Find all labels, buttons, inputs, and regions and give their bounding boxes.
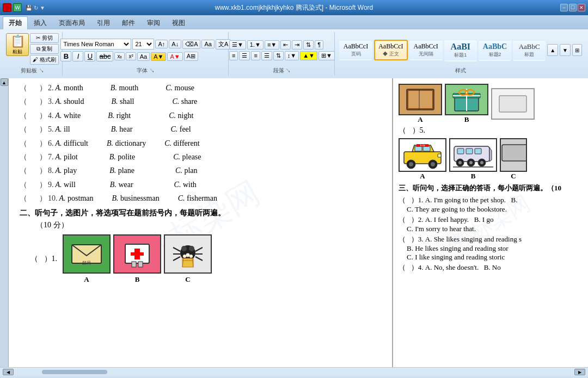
- section2-title: 二、听句子，选图片，将选项写在题前括号内，每题听两遍。: [20, 208, 384, 218]
- text-direction-button[interactable]: ⇅: [273, 51, 284, 60]
- maximize-button[interactable]: ☐: [569, 4, 577, 11]
- style-page-number[interactable]: AaBbCcI 页码: [339, 40, 372, 60]
- paragraph-label: 段落 ↘: [273, 67, 291, 75]
- left-scrollbar[interactable]: ▲: [0, 78, 9, 367]
- tab-view[interactable]: 视图: [166, 16, 191, 29]
- question-4: （ ） 4. A. white B. right C. night: [20, 110, 384, 122]
- font-grow-button[interactable]: A↑: [155, 40, 168, 48]
- font-color-btn[interactable]: Aa: [137, 52, 150, 61]
- svg-point-20: [183, 255, 186, 258]
- svg-rect-46: [475, 148, 481, 154]
- popcorn-icon: [170, 238, 206, 270]
- cut-button[interactable]: ✂ 剪切: [30, 33, 59, 43]
- line-spacing-button[interactable]: ↕▼: [285, 51, 299, 60]
- image-a-label: A: [84, 275, 89, 284]
- scroll-right-button[interactable]: ▶: [574, 369, 585, 375]
- section3-item2: （ ）2. A. I feel happy. B. I go C. I'm so…: [399, 215, 583, 233]
- close-button[interactable]: ✕: [578, 4, 585, 11]
- numbering-button[interactable]: 1.▼: [247, 40, 264, 49]
- copy-button[interactable]: ⧉ 复制: [30, 44, 59, 54]
- tab-mailings[interactable]: 邮件: [116, 16, 141, 29]
- bullets-button[interactable]: ☰▼: [229, 40, 246, 49]
- right-content: A B: [399, 84, 583, 272]
- style-no-spacing[interactable]: AaBbCcI 无间隔: [409, 40, 443, 60]
- svg-line-13: [195, 247, 203, 251]
- svg-rect-34: [415, 146, 422, 151]
- svg-point-48: [458, 161, 462, 164]
- right-img-a-box: [399, 84, 442, 115]
- document-area: 教标染网 （ ） 2. A. month B. mouth C. mouse （…: [9, 78, 392, 367]
- right-img-c-top: [491, 88, 535, 120]
- show-marks-button[interactable]: ¶: [315, 40, 323, 49]
- align-left-button[interactable]: ≡: [229, 51, 238, 60]
- underline-button[interactable]: U: [84, 51, 95, 61]
- gift-icon: [450, 86, 483, 113]
- scroll-thumb[interactable]: [42, 370, 107, 374]
- train-image: B: [449, 138, 497, 181]
- scroll-track: [15, 370, 573, 374]
- border-button[interactable]: A⊞: [184, 52, 198, 61]
- taxi-label: A: [420, 172, 425, 181]
- image-c: C: [164, 234, 212, 284]
- section2-images: （ ）1. 邮局 A: [30, 234, 384, 284]
- styles-expand[interactable]: ⊞: [572, 44, 582, 56]
- clear-format-button[interactable]: ⌫A: [182, 40, 200, 49]
- multilevel-button[interactable]: ≡▼: [265, 40, 279, 49]
- image-b-label: B: [135, 275, 140, 284]
- styles-scroll-down[interactable]: ▼: [560, 44, 571, 56]
- highlight-button[interactable]: A▼: [151, 52, 166, 61]
- scrollbar-up[interactable]: ▲: [1, 78, 8, 86]
- font-color-button[interactable]: A▼: [167, 52, 182, 61]
- right-img-a-top: A: [399, 84, 442, 124]
- style-body-text[interactable]: AaBbCcI ◆ 正文: [374, 40, 407, 60]
- align-right-button[interactable]: ≡: [251, 51, 260, 60]
- font-shrink-button[interactable]: A↓: [169, 40, 181, 48]
- horizontal-scrollbar[interactable]: ◀ ▶: [0, 367, 588, 376]
- window-title: www.xkb1.comjkhjkhjkyhko 腾讯染式] - Microso…: [215, 3, 373, 13]
- italic-button[interactable]: I: [72, 51, 83, 61]
- superscript-button[interactable]: x²: [126, 52, 136, 60]
- partial-vehicle-image: C: [500, 138, 527, 181]
- styles-scroll-up[interactable]: ▲: [547, 44, 558, 56]
- partial-c-label: C: [511, 172, 516, 181]
- increase-indent-button[interactable]: ⇥: [292, 40, 302, 49]
- svg-rect-16: [182, 258, 193, 267]
- question-2: （ ） 2. A. month B. mouth C. mouse: [20, 82, 384, 94]
- right-img-a-label: A: [418, 115, 422, 124]
- style-heading2[interactable]: AaBbC 标题2: [479, 40, 511, 61]
- status-bar: 页面: 1/5 字数: 1,427 🌐 英语(美国) 插入 ⊞ ▤ 🌐 − +: [0, 376, 588, 378]
- svg-rect-32: [499, 96, 526, 112]
- svg-rect-44: [457, 148, 464, 154]
- minimize-button[interactable]: –: [560, 4, 568, 11]
- svg-text:TAXI: TAXI: [420, 144, 425, 147]
- tab-insert[interactable]: 插入: [28, 16, 53, 29]
- font-size-select[interactable]: 21: [132, 39, 154, 49]
- tab-page-layout[interactable]: 页面布局: [53, 16, 91, 29]
- tab-start[interactable]: 开始: [3, 16, 28, 29]
- clipboard-group: 📋 粘贴 ✂ 剪切 ⧉ 复制 🖌 格式刷 剪贴板 ↘: [3, 32, 63, 76]
- justify-button[interactable]: ☰: [261, 51, 272, 60]
- tab-references[interactable]: 引用: [91, 16, 116, 29]
- paste-button[interactable]: 📋 粘贴: [6, 33, 29, 56]
- change-case-button[interactable]: Aa: [201, 40, 214, 48]
- font-name-select[interactable]: Times New Roman: [60, 39, 131, 49]
- subscript-button[interactable]: x₂: [114, 52, 125, 60]
- format-paint-button[interactable]: 🖌 格式刷: [30, 55, 59, 65]
- align-center-button[interactable]: ☰: [239, 51, 250, 60]
- sort-button[interactable]: ⇅: [303, 40, 314, 49]
- tab-review[interactable]: 审阅: [141, 16, 166, 29]
- style-title[interactable]: AaBbC 标題: [513, 40, 546, 61]
- vehicle-images: TAXI A: [399, 138, 583, 181]
- scroll-left-button[interactable]: ◀: [3, 369, 14, 375]
- image-b: B: [113, 234, 161, 284]
- borders-button[interactable]: ⊞▼: [318, 51, 335, 60]
- bold-button[interactable]: B: [60, 51, 71, 61]
- section3-item3: （ ）3. A. She likes singing and reading s…: [399, 234, 583, 262]
- svg-rect-24: [408, 91, 432, 108]
- strikethrough-button[interactable]: abc: [96, 51, 113, 61]
- svg-point-21: [186, 253, 189, 257]
- shading-button[interactable]: ▲▼: [300, 51, 317, 60]
- style-heading1[interactable]: AaBI 标题1: [444, 39, 477, 61]
- font-label: 字体 ↘: [137, 67, 155, 75]
- decrease-indent-button[interactable]: ⇤: [280, 40, 291, 49]
